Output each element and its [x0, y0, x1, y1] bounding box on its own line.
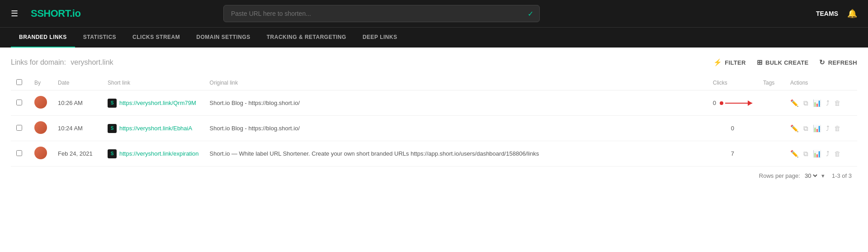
- top-header: ☰ SSHORT.io ✓ TEAMS 🔔: [0, 0, 868, 27]
- col-date: Date: [52, 76, 102, 90]
- row2-copy-icon[interactable]: ⧉: [803, 124, 808, 133]
- row2-original-link: Short.io Blog - https://blog.short.io/: [204, 116, 708, 141]
- url-input[interactable]: [223, 5, 540, 22]
- refresh-button[interactable]: ↻ REFRESH: [819, 58, 857, 67]
- avatar: [34, 121, 47, 134]
- row2-avatar-cell: [29, 116, 52, 141]
- table-row: 10:24 AM S https://veryshort.link/EbhaiA…: [11, 116, 857, 141]
- col-clicks: Clicks: [708, 76, 758, 90]
- row2-date: 10:24 AM: [52, 116, 102, 141]
- row1-actions: ✏️ ⧉ 📊 ⤴ 🗑: [785, 90, 857, 116]
- hamburger-icon[interactable]: ☰: [11, 9, 18, 19]
- col-tags: Tags: [758, 76, 785, 90]
- row2-stats-icon[interactable]: 📊: [813, 124, 821, 133]
- row1-checkbox[interactable]: [16, 100, 22, 105]
- rows-per-page-select[interactable]: 30: [803, 172, 819, 180]
- col-by: By: [29, 76, 52, 90]
- row1-share-icon[interactable]: ⤴: [826, 99, 830, 107]
- rows-per-page: Rows per page: 30 ▾: [759, 172, 825, 180]
- row1-copy-icon[interactable]: ⧉: [803, 99, 808, 107]
- row1-clicks-value: 0: [713, 100, 716, 106]
- filter-button[interactable]: ⚡ FILTER: [713, 58, 746, 67]
- row2-tags: [758, 116, 785, 141]
- red-arrow: [725, 103, 752, 104]
- table-row: 10:26 AM S https://veryshort.link/Qrm79M…: [11, 90, 857, 116]
- col-original-link: Original link: [204, 76, 708, 90]
- col-short-link: Short link: [102, 76, 204, 90]
- nav-domain-settings[interactable]: DOMAIN SETTINGS: [188, 28, 259, 48]
- logo[interactable]: SSHORT.io: [31, 8, 80, 19]
- logo-highlight: S: [31, 8, 37, 19]
- row3-short-link-cell: S https://veryshort.link/expiration: [102, 141, 204, 166]
- row3-share-icon[interactable]: ⤴: [826, 150, 830, 157]
- row1-short-link-cell: S https://veryshort.link/Qrm79M: [102, 90, 204, 116]
- row2-checkbox[interactable]: [16, 125, 22, 131]
- col-checkbox: [11, 76, 29, 90]
- filter-label: FILTER: [725, 59, 745, 66]
- row1-tags: [758, 90, 785, 116]
- row2-edit-icon[interactable]: ✏️: [790, 124, 799, 133]
- row3-original-link: Short.io — White label URL Shortener. Cr…: [204, 141, 708, 166]
- table-header-row: By Date Short link Original link Clicks …: [11, 76, 857, 90]
- toolbar-right: ⚡ FILTER ⊞ BULK CREATE ↻ REFRESH: [713, 58, 857, 67]
- row3-checkbox[interactable]: [16, 150, 22, 156]
- domain-name: veryshort.link: [71, 58, 113, 66]
- short-io-badge: S: [108, 149, 117, 158]
- row3-edit-icon[interactable]: ✏️: [790, 150, 799, 158]
- short-io-badge: S: [108, 124, 117, 133]
- row2-clicks: 0: [708, 116, 758, 141]
- row3-delete-icon[interactable]: 🗑: [834, 150, 841, 157]
- table-row: Feb 24, 2021 S https://veryshort.link/ex…: [11, 141, 857, 166]
- row1-delete-icon[interactable]: 🗑: [834, 99, 841, 107]
- nav-clicks-stream[interactable]: CLICKS STREAM: [124, 28, 188, 48]
- links-table: By Date Short link Original link Clicks …: [11, 76, 857, 166]
- row1-checkbox-cell: [11, 90, 29, 116]
- row3-avatar-cell: [29, 141, 52, 166]
- row1-stats-icon[interactable]: 📊: [813, 99, 821, 107]
- toolbar: Links for domain: veryshort.link ⚡ FILTE…: [11, 58, 857, 67]
- refresh-label: REFRESH: [828, 59, 857, 66]
- row3-checkbox-cell: [11, 141, 29, 166]
- nav-statistics[interactable]: STATISTICS: [75, 28, 124, 48]
- row3-actions: ✏️ ⧉ 📊 ⤴ 🗑: [785, 141, 857, 166]
- filter-icon: ⚡: [713, 58, 722, 67]
- row2-checkbox-cell: [11, 116, 29, 141]
- nav-bar: BRANDED LINKS STATISTICS CLICKS STREAM D…: [0, 27, 868, 48]
- row2-short-link[interactable]: https://veryshort.link/EbhaiA: [119, 125, 192, 132]
- row3-date: Feb 24, 2021: [52, 141, 102, 166]
- refresh-icon: ↻: [819, 58, 825, 67]
- nav-deep-links[interactable]: DEEP LINKS: [354, 28, 406, 48]
- row2-delete-icon[interactable]: 🗑: [834, 124, 841, 132]
- row2-actions: ✏️ ⧉ 📊 ⤴ 🗑: [785, 116, 857, 141]
- row1-short-link[interactable]: https://veryshort.link/Qrm79M: [119, 100, 196, 106]
- select-all-checkbox[interactable]: [16, 79, 22, 85]
- row2-action-icons: ✏️ ⧉ 📊 ⤴ 🗑: [790, 124, 852, 133]
- logo-text: SHORT.io: [37, 8, 80, 19]
- bulk-create-button[interactable]: ⊞ BULK CREATE: [757, 58, 809, 67]
- row3-copy-icon[interactable]: ⧉: [803, 150, 808, 158]
- domain-label-prefix: Links for domain:: [11, 58, 66, 66]
- row3-clicks: 7: [708, 141, 758, 166]
- top-right-actions: TEAMS 🔔: [816, 9, 857, 19]
- row1-original-link: Short.io Blog - https://blog.short.io/: [204, 90, 708, 116]
- row1-edit-icon[interactable]: ✏️: [790, 99, 799, 107]
- pagination-row: Rows per page: 30 ▾ 1-3 of 3: [11, 166, 857, 180]
- url-bar-wrapper: ✓: [223, 5, 540, 22]
- nav-tracking-retargeting[interactable]: TRACKING & RETARGETING: [259, 28, 354, 48]
- nav-branded-links[interactable]: BRANDED LINKS: [11, 28, 75, 48]
- bulk-create-label: BULK CREATE: [765, 59, 809, 66]
- row1-clicks: 0: [708, 90, 758, 116]
- avatar: [34, 96, 47, 109]
- bell-icon[interactable]: 🔔: [847, 9, 857, 19]
- row2-share-icon[interactable]: ⤴: [826, 124, 830, 132]
- rows-dropdown-icon: ▾: [821, 172, 825, 179]
- avatar: [34, 147, 47, 159]
- teams-button[interactable]: TEAMS: [816, 10, 838, 17]
- row1-date: 10:26 AM: [52, 90, 102, 116]
- row3-stats-icon[interactable]: 📊: [813, 150, 821, 158]
- red-dot: [720, 101, 723, 105]
- row3-short-link[interactable]: https://veryshort.link/expiration: [119, 150, 199, 157]
- col-actions: Actions: [785, 76, 857, 90]
- domain-label: Links for domain: veryshort.link: [11, 58, 113, 67]
- row1-clicks-arrow: 0: [713, 100, 752, 106]
